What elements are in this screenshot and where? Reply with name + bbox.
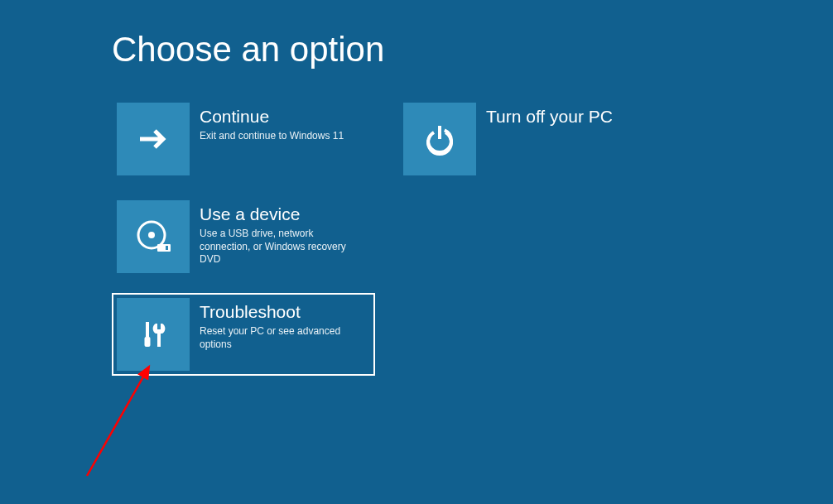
- svg-rect-4: [146, 322, 149, 337]
- svg-rect-2: [157, 244, 171, 252]
- tools-icon: [117, 298, 190, 371]
- column-left: Continue Exit and continue to Windows 11…: [112, 98, 375, 376]
- svg-rect-5: [145, 337, 151, 347]
- option-continue-text: Continue Exit and continue to Windows 11: [190, 103, 344, 143]
- option-use-device[interactable]: Use a device Use a USB drive, network co…: [112, 195, 375, 278]
- power-icon: [403, 103, 476, 175]
- arrow-right-icon: [117, 103, 190, 175]
- option-turn-off[interactable]: Turn off your PC: [398, 98, 662, 180]
- annotation-arrow-icon: [79, 360, 170, 484]
- svg-line-9: [87, 367, 149, 476]
- option-continue[interactable]: Continue Exit and continue to Windows 11: [112, 98, 375, 180]
- column-right: Turn off your PC: [398, 98, 662, 376]
- option-title: Troubleshoot: [200, 301, 365, 322]
- page-title: Choose an option: [112, 30, 384, 70]
- option-description: Reset your PC or see advanced options: [200, 325, 365, 351]
- disc-device-icon: [117, 200, 190, 273]
- option-use-device-text: Use a device Use a USB drive, network co…: [190, 200, 365, 266]
- option-description: Use a USB drive, network connection, or …: [200, 228, 365, 266]
- option-troubleshoot-text: Troubleshoot Reset your PC or see advanc…: [190, 298, 365, 351]
- option-troubleshoot[interactable]: Troubleshoot Reset your PC or see advanc…: [112, 293, 375, 376]
- option-description: Exit and continue to Windows 11: [200, 130, 344, 143]
- option-title: Use a device: [200, 204, 365, 224]
- option-title: Continue: [200, 106, 344, 127]
- option-turn-off-text: Turn off your PC: [476, 103, 613, 130]
- svg-point-1: [148, 232, 155, 238]
- option-title: Turn off your PC: [486, 106, 613, 127]
- options-grid: Continue Exit and continue to Windows 11…: [112, 98, 662, 376]
- svg-rect-3: [166, 246, 168, 250]
